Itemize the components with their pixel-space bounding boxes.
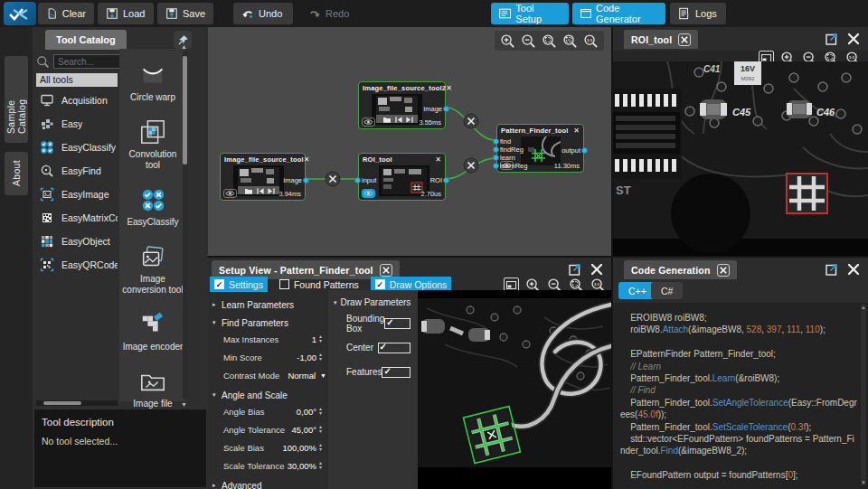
param-value[interactable]: 30,00% xyxy=(288,461,316,471)
disconnect-wire-button[interactable] xyxy=(326,172,340,186)
draw-option-checkbox[interactable] xyxy=(378,343,411,353)
undo-button[interactable]: Undo xyxy=(233,3,293,24)
visibility-eye-icon[interactable] xyxy=(362,118,375,127)
category-item-easymatrixcode[interactable]: EasyMatrixCode xyxy=(36,206,118,230)
view-tab-checkbox[interactable] xyxy=(279,279,289,289)
view-tab-checkbox[interactable] xyxy=(375,279,385,289)
output-port[interactable] xyxy=(581,147,588,154)
tool-list-scrollbar[interactable]: ▲▼ xyxy=(183,51,187,400)
code-generator-button[interactable]: Code Generator xyxy=(572,3,665,24)
close-panel-icon[interactable] xyxy=(590,262,604,277)
roi-rectangle[interactable] xyxy=(787,174,827,213)
tool-item-convolution-tool[interactable]: Convolution tool xyxy=(122,115,184,171)
node-close-icon[interactable]: ✕ xyxy=(446,85,452,92)
input-port[interactable] xyxy=(493,138,499,145)
section-header-find-parameters[interactable]: ▾Find Parameters xyxy=(208,315,326,330)
tool-item-circle-warp[interactable]: Circle warp xyxy=(130,58,175,103)
undock-panel-icon[interactable] xyxy=(825,32,839,46)
load-button[interactable]: Load xyxy=(98,3,154,24)
roi-tab-close-button[interactable] xyxy=(678,33,691,46)
category-item-easyclassify[interactable]: EasyClassify xyxy=(36,136,118,159)
node-close-icon[interactable]: ✕ xyxy=(435,156,441,164)
spinner-control[interactable]: ▴▾ xyxy=(319,334,326,343)
param-value[interactable]: Normal xyxy=(288,371,316,381)
pattern-image-view[interactable] xyxy=(418,290,611,489)
visibility-eye-icon[interactable] xyxy=(362,189,375,198)
code-generation-tab-close-button[interactable] xyxy=(717,264,730,277)
disconnect-wire-button[interactable] xyxy=(464,114,478,128)
tool-item-image-encoder[interactable]: Image encoder xyxy=(123,307,184,353)
category-item-easy[interactable]: Easy xyxy=(36,112,118,136)
section-header-advanced[interactable]: ▸Advanced xyxy=(208,478,326,489)
spinner-control[interactable]: ▴▾ xyxy=(319,425,326,434)
tool-item-easyclassify[interactable]: EasyClassify xyxy=(127,183,178,228)
output-port[interactable] xyxy=(443,177,449,183)
close-panel-icon[interactable] xyxy=(846,32,861,46)
code-scrollbar[interactable]: ▲▼ xyxy=(861,305,866,485)
generated-code-view[interactable]: EROIBW8 roiBW8; roiBW8.Attach(&imageBW8,… xyxy=(613,303,868,489)
zoom-fit-icon[interactable] xyxy=(542,33,557,49)
node-close-icon[interactable]: ✕ xyxy=(304,156,310,164)
node-close-icon[interactable]: ✕ xyxy=(573,127,580,135)
view-tab-settings[interactable]: Settings xyxy=(210,277,268,292)
category-item-acquisition[interactable]: Acquisition xyxy=(36,89,118,112)
node-title-bar[interactable]: Pattern_Finder_tool✕ xyxy=(497,125,583,136)
filter-all-tools[interactable]: All tools xyxy=(36,73,118,87)
param-value[interactable]: -1,00 xyxy=(297,353,316,362)
about-tab[interactable]: About xyxy=(5,152,28,195)
draw-option-checkbox[interactable] xyxy=(382,367,410,378)
param-value[interactable]: 45,00° xyxy=(291,425,316,435)
close-panel-icon[interactable] xyxy=(846,262,861,277)
input-port[interactable] xyxy=(493,163,499,169)
category-item-easyqrcode[interactable]: EasyQRCode xyxy=(36,253,118,277)
undock-panel-icon[interactable] xyxy=(568,262,582,277)
category-item-easyfind[interactable]: EasyFind xyxy=(36,159,118,183)
category-item-easyimage[interactable]: EasyImage xyxy=(36,183,118,206)
tool-catalog-tab[interactable]: Tool Catalog xyxy=(45,30,127,50)
zoom-fit-selection-icon[interactable] xyxy=(562,33,578,49)
tool-setup-button[interactable]: Tool Setup xyxy=(491,3,569,24)
undock-panel-icon[interactable] xyxy=(825,262,839,277)
roi-image-view[interactable]: 16V M092 C41 C45 C46 xyxy=(613,61,868,256)
param-value[interactable]: 100,00% xyxy=(282,443,316,453)
zoom-one-to-one-icon[interactable]: 1:1 xyxy=(583,33,599,49)
zoom-out-icon[interactable] xyxy=(521,33,536,49)
clear-button[interactable]: Clear xyxy=(38,3,94,24)
logs-button[interactable]: !Logs xyxy=(670,3,726,24)
category-item-easyobject[interactable]: EasyObject xyxy=(36,230,118,253)
output-port[interactable] xyxy=(443,106,449,112)
dropdown-arrow-icon[interactable]: ▼ xyxy=(320,372,326,379)
category-list-hscrollbar[interactable] xyxy=(36,400,118,406)
redo-button[interactable]: Redo xyxy=(300,3,358,24)
zoom-in-icon[interactable] xyxy=(500,33,515,49)
roi-tool-tab[interactable]: ROI_tool xyxy=(624,30,698,49)
sample-catalog-tab[interactable]: Sample Catalog xyxy=(5,56,28,143)
tool-item-image-conversion-tool[interactable]: Image conversion tool xyxy=(122,240,184,296)
node-editor-canvas[interactable]: Image_file_source_tool2✕3.55msimageImage… xyxy=(208,27,611,256)
input-port[interactable] xyxy=(354,177,361,183)
node-title-bar[interactable]: Image_file_source_tool2✕ xyxy=(359,82,445,93)
input-port[interactable] xyxy=(493,155,499,161)
view-tab-checkbox[interactable] xyxy=(214,279,224,289)
code-generation-tab[interactable]: Code Generation xyxy=(624,260,737,279)
node-pattern_finder_tool[interactable]: Pattern_Finder_tool✕11.30msfindfindRegle… xyxy=(496,124,584,173)
visibility-eye-icon[interactable] xyxy=(223,189,237,198)
save-button[interactable]: Save xyxy=(157,3,213,24)
draw-option-checkbox[interactable] xyxy=(384,318,410,329)
section-header-angle-and-scale[interactable]: ▾Angle and Scale xyxy=(208,388,326,402)
node-image_file_source_tool[interactable]: Image_file_source_tool✕3.94msimage xyxy=(220,153,306,201)
node-image_file_source_tool2[interactable]: Image_file_source_tool2✕3.55msimage xyxy=(358,81,446,129)
param-value[interactable]: 1 xyxy=(312,334,316,344)
param-value[interactable]: 0,00° xyxy=(297,407,316,417)
node-title-bar[interactable]: ROI_tool✕ xyxy=(359,154,445,165)
setup-view-tab-close-button[interactable] xyxy=(380,264,392,277)
spinner-control[interactable]: ▴▾ xyxy=(319,353,326,362)
spinner-control[interactable]: ▴▾ xyxy=(319,443,326,452)
csharp-lang-tab[interactable]: C# xyxy=(651,282,683,299)
draw-parameters-header[interactable]: ▾Draw Parameters xyxy=(328,290,418,311)
input-port[interactable] xyxy=(493,146,499,153)
output-port[interactable] xyxy=(303,177,309,183)
disconnect-wire-button[interactable] xyxy=(464,158,478,173)
node-title-bar[interactable]: Image_file_source_tool✕ xyxy=(221,154,305,165)
section-header-learn-parameters[interactable]: ▸Learn Parameters xyxy=(208,297,326,312)
